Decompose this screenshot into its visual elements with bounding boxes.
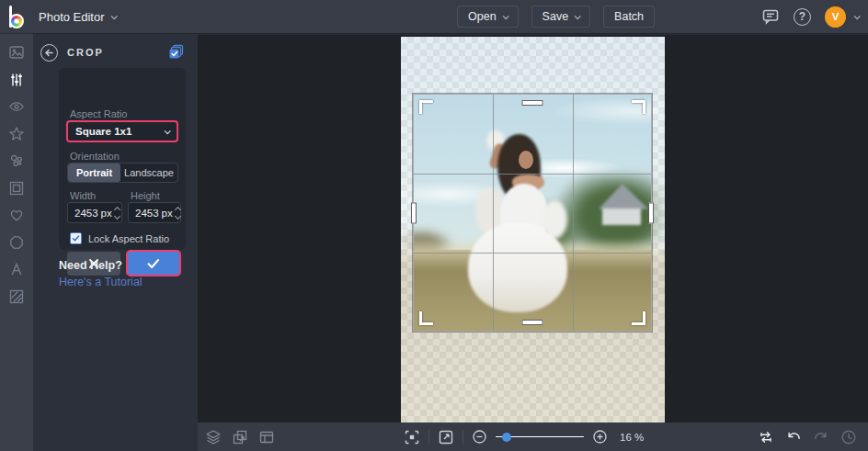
topbar: Photo Editor Open Save Batch ? V <box>0 0 868 33</box>
crop-form: Aspect Ratio Square 1x1 Orientation Port… <box>59 68 186 250</box>
zoom-percentage: 16 % <box>620 432 644 443</box>
panels-icon[interactable] <box>258 429 275 445</box>
chevron-down-icon <box>165 128 171 134</box>
zoom-out-icon[interactable] <box>472 429 487 445</box>
check-icon <box>147 258 160 269</box>
canvas <box>198 33 868 423</box>
grid-line <box>414 253 651 254</box>
text-icon[interactable] <box>8 261 25 277</box>
avatar-initial: V <box>832 11 839 22</box>
image-area <box>401 37 665 423</box>
help-glyph: ? <box>799 10 805 23</box>
batch-label: Batch <box>614 10 644 23</box>
chat-icon[interactable] <box>761 7 780 26</box>
orientation-toggle: Portrait Landscape <box>67 163 178 183</box>
texture-icon[interactable] <box>8 288 25 305</box>
grid-line <box>414 174 651 175</box>
lock-aspect-ratio-checkbox[interactable]: Lock Aspect Ratio <box>70 232 169 244</box>
back-button[interactable] <box>40 44 58 62</box>
open-label: Open <box>468 10 497 23</box>
photo-icon[interactable] <box>8 44 25 61</box>
star-icon[interactable] <box>8 126 25 142</box>
bottom-toolbar: 16 % <box>198 423 868 451</box>
crop-box[interactable] <box>413 94 652 332</box>
crop-handle-bottom-right[interactable] <box>632 311 645 325</box>
height-value: 2453 <box>135 208 159 219</box>
divider <box>463 430 463 444</box>
apply-to-layers-icon[interactable] <box>167 43 185 61</box>
actual-size-icon[interactable] <box>438 429 454 445</box>
landscape-option[interactable]: Landscape <box>120 163 177 182</box>
app-menu-dropdown[interactable]: Photo Editor <box>39 10 116 24</box>
crop-panel: CROP Aspect Ratio Square 1x1 Orientation… <box>33 33 198 451</box>
height-input[interactable]: 2453 px <box>128 202 181 223</box>
crop-handle-bottom-left[interactable] <box>419 311 433 325</box>
undo-icon[interactable] <box>785 429 802 445</box>
divider <box>428 430 429 444</box>
chevron-down-icon <box>502 13 508 19</box>
canvas-resize-icon[interactable] <box>232 429 248 445</box>
zoom-in-icon[interactable] <box>592 429 608 445</box>
frame-icon[interactable] <box>8 180 25 197</box>
redo-icon[interactable] <box>813 429 829 445</box>
fit-screen-icon[interactable] <box>404 429 420 445</box>
aspect-ratio-value: Square 1x1 <box>75 126 158 137</box>
badge-icon[interactable] <box>8 234 25 251</box>
tutorial-link[interactable]: Here's a Tutorial <box>59 276 143 288</box>
zoom-slider-thumb[interactable] <box>502 433 511 442</box>
crop-handle-left[interactable] <box>411 202 417 223</box>
crop-handle-right[interactable] <box>648 202 654 223</box>
portrait-option[interactable]: Portrait <box>68 163 120 182</box>
zoom-slider[interactable] <box>496 431 584 444</box>
crop-handle-top-left[interactable] <box>419 100 433 114</box>
aspect-ratio-select[interactable]: Square 1x1 <box>66 120 178 142</box>
chevron-down-icon <box>110 13 117 19</box>
logo-icon <box>7 6 26 28</box>
history-icon[interactable] <box>840 429 857 445</box>
befunky-logo[interactable] <box>0 6 33 28</box>
panel-title: CROP <box>67 47 104 58</box>
avatar[interactable]: V <box>825 6 846 28</box>
orientation-label: Orientation <box>70 151 120 162</box>
bubbles-icon[interactable] <box>8 152 25 169</box>
batch-button[interactable]: Batch <box>603 6 655 28</box>
crop-handle-bottom[interactable] <box>522 320 543 325</box>
width-label: Width <box>70 190 96 201</box>
help-icon[interactable]: ? <box>794 8 811 26</box>
height-unit: px <box>162 208 173 219</box>
height-label: Height <box>131 190 160 201</box>
layers-icon[interactable] <box>205 429 222 445</box>
tool-rail <box>0 33 33 451</box>
width-unit: px <box>101 208 112 219</box>
need-help-title: Need Help? <box>59 259 122 272</box>
app-menu-label: Photo Editor <box>39 10 105 24</box>
lock-aspect-ratio-label: Lock Aspect Ratio <box>88 233 169 244</box>
crop-handle-top-right[interactable] <box>632 100 645 114</box>
chevron-down-icon <box>575 13 581 19</box>
width-stepper[interactable] <box>112 208 120 219</box>
apply-crop-button[interactable] <box>126 250 181 276</box>
aspect-ratio-label: Aspect Ratio <box>70 108 127 119</box>
grid-line <box>493 95 494 331</box>
save-label: Save <box>542 10 569 23</box>
width-value: 2453 <box>74 208 98 219</box>
width-input[interactable]: 2453 px <box>67 202 122 223</box>
save-button[interactable]: Save <box>531 6 591 28</box>
grid-line <box>573 95 574 331</box>
eye-icon[interactable] <box>8 98 25 115</box>
open-button[interactable]: Open <box>457 6 519 28</box>
adjust-sliders-icon[interactable] <box>8 72 25 88</box>
compare-icon[interactable] <box>758 429 774 445</box>
crop-handle-top[interactable] <box>522 100 543 106</box>
height-stepper[interactable] <box>173 208 180 219</box>
chevron-down-icon[interactable] <box>854 13 861 19</box>
heart-icon[interactable] <box>8 207 25 223</box>
checkbox-checked-icon <box>70 232 82 244</box>
